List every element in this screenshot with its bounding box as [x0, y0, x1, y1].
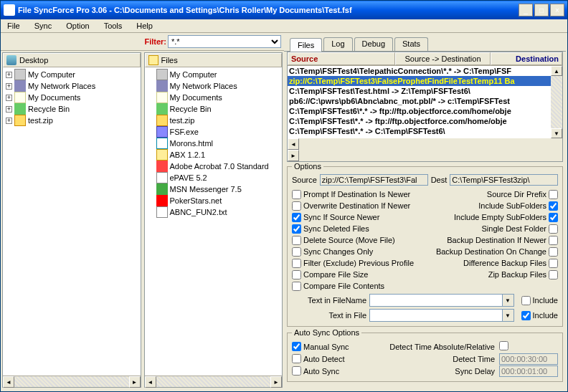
text-filename-label: Text in FileName [292, 296, 366, 305]
opt-check[interactable] [292, 236, 301, 245]
tree-item[interactable]: FSF.exe [146, 126, 281, 138]
h-scrollbar[interactable]: ◄► [145, 376, 283, 387]
docs-icon [14, 92, 26, 103]
window-title: File SyncForce Pro 3.06 - C:\Documents a… [18, 6, 519, 14]
file-row[interactable]: C:\Temp\FSFTest\*.* -> C:\Temp\FSFTest6\ [288, 126, 562, 136]
chevron-down-icon[interactable]: ▼ [502, 310, 513, 321]
file-row[interactable]: C:\Temp\FSFTest\*.* -> ftp://ftp.objectf… [288, 116, 562, 126]
filter-select[interactable]: *.* [168, 35, 281, 48]
opt-check[interactable] [292, 282, 301, 291]
tree-item[interactable]: Recycle Bin [146, 103, 281, 115]
file-row[interactable]: C:\Temp\FSFTest4\TelepathicConnection\*.… [288, 66, 562, 76]
opt-check[interactable] [292, 201, 301, 211]
text-file-combo[interactable]: ▼ [369, 309, 514, 322]
opt-check[interactable] [549, 190, 558, 199]
opt-check[interactable] [549, 259, 558, 268]
tab-files[interactable]: Files [290, 38, 322, 52]
source-input[interactable] [320, 174, 428, 186]
expander-icon[interactable]: + [6, 118, 12, 124]
text-filename-combo[interactable]: ▼ [369, 294, 514, 307]
file-row[interactable]: C:\Temp\FSFTest6\*.* -> ftp://ftp.object… [288, 106, 562, 116]
opt-check[interactable] [292, 270, 301, 279]
opt-check[interactable] [292, 213, 301, 222]
opt-check[interactable] [292, 247, 301, 257]
opt-check[interactable] [292, 224, 301, 234]
tree-item[interactable]: +test.zip [4, 115, 139, 126]
tree-item[interactable]: test.zip [146, 115, 281, 126]
text-file-label: Text in File [292, 311, 366, 320]
tab-log[interactable]: Log [323, 37, 352, 51]
opt-check[interactable] [549, 247, 558, 257]
menu-file[interactable]: File [4, 21, 24, 31]
col-source[interactable]: Source [288, 52, 395, 65]
tree-item[interactable]: +My Computer [4, 69, 139, 80]
minimize-button[interactable]: _ [519, 4, 533, 16]
folder-icon [148, 55, 158, 65]
tree-desktop[interactable]: +My Computer+My Network Places+My Docume… [3, 67, 141, 376]
tab-stats[interactable]: Stats [394, 37, 428, 51]
expander-icon[interactable]: + [6, 83, 12, 90]
tree-item[interactable]: Adobe Acrobat 7.0 Standard [146, 161, 281, 172]
time-input[interactable] [499, 353, 558, 365]
opt-check[interactable] [549, 270, 558, 279]
opt-check[interactable] [549, 213, 558, 222]
tree-files[interactable]: My ComputerMy Network PlacesMy Documents… [145, 67, 283, 376]
menu-help[interactable]: Help [133, 21, 156, 31]
opt-check[interactable] [549, 236, 558, 245]
close-button[interactable]: × [550, 4, 564, 16]
menu-sync[interactable]: Sync [31, 21, 55, 31]
tree-header-files[interactable]: Files [145, 53, 283, 67]
desktop-icon [6, 55, 16, 65]
tree-item[interactable]: ABX 1.2.1 [146, 149, 281, 161]
tree-item[interactable]: My Computer [146, 69, 281, 80]
file-row[interactable]: pb6://C:\pwrs\pb6\Abnc\abnc_mot.pbl/* ->… [288, 96, 562, 106]
menu-tools[interactable]: Tools [100, 21, 126, 31]
auto-check[interactable] [292, 366, 301, 376]
file-row[interactable]: zip://C:\Documents and Settings\Chris Ro… [288, 136, 562, 138]
time-input[interactable] [499, 365, 558, 377]
tree-item[interactable]: My Network Places [146, 80, 281, 92]
chevron-down-icon[interactable]: ▼ [502, 295, 513, 306]
dest-label: Dest [431, 176, 448, 184]
col-dest[interactable]: Destination [491, 52, 562, 65]
expander-icon[interactable]: + [6, 72, 12, 78]
include-file-check[interactable] [521, 311, 531, 320]
files-list[interactable]: C:\Temp\FSFTest4\TelepathicConnection\*.… [288, 66, 562, 138]
computer-icon [14, 69, 26, 80]
tree-item[interactable]: MSN Messenger 7.5 [146, 183, 281, 195]
auto-check[interactable] [292, 354, 301, 363]
menu-option[interactable]: Option [62, 21, 93, 31]
file-row[interactable]: C:\Temp\FSFTest\Test.html -> Z:\Temp\FSF… [288, 86, 562, 96]
tree-header-desktop[interactable]: Desktop [3, 53, 141, 67]
auto-right-check[interactable] [499, 341, 508, 350]
auto-check[interactable] [292, 342, 301, 351]
file-row[interactable]: zip://C:\Temp\FSFTest3\FalseProphetFindF… [288, 76, 562, 86]
expander-icon[interactable]: + [6, 106, 12, 113]
opt-check[interactable] [549, 201, 558, 211]
tree-item[interactable]: +My Documents [4, 92, 139, 103]
expander-icon[interactable]: + [6, 95, 12, 101]
opt-check[interactable] [549, 224, 558, 234]
tree-item[interactable]: Morons.html [146, 138, 281, 149]
tree-item[interactable]: PokerStars.net [146, 195, 281, 206]
recycle-icon [156, 103, 168, 115]
tree-item[interactable]: My Documents [146, 92, 281, 103]
opt-check[interactable] [292, 259, 301, 268]
maximize-button[interactable]: □ [534, 4, 549, 16]
tree-item[interactable]: +My Network Places [4, 80, 139, 92]
tab-debug[interactable]: Debug [354, 37, 393, 51]
h-scrollbar[interactable]: ◄► [288, 138, 562, 161]
include-filename-check[interactable] [521, 296, 531, 305]
tree-item[interactable]: +Recycle Bin [4, 103, 139, 115]
opt-check[interactable] [292, 190, 301, 199]
docs-icon [156, 92, 168, 103]
h-scrollbar[interactable]: ◄► [3, 376, 141, 387]
zip-icon [14, 115, 26, 126]
v-scrollbar[interactable]: ▲▼ [551, 66, 562, 138]
auto-sync-group: Auto Sync Options Manual SyncDetect Time… [287, 333, 563, 382]
tree-item[interactable]: ABNC_FUN2.txt [146, 206, 281, 218]
tree-item[interactable]: ePAVE 5.2 [146, 172, 281, 183]
dest-input[interactable] [450, 174, 558, 186]
options-group: Options Source Dest Prompt If Destinatio… [287, 166, 563, 327]
computer-icon [156, 69, 168, 80]
